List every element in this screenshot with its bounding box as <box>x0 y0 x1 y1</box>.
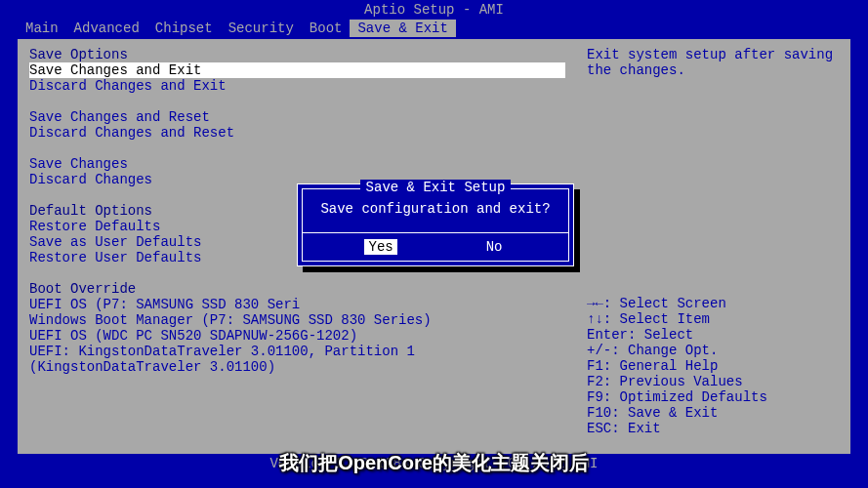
menu-boot[interactable]: Boot <box>302 20 351 37</box>
boot-uefi-kingston[interactable]: UEFI: KingstonDataTraveler 3.01100, Part… <box>29 344 565 359</box>
hint-select-screen: →←: Select Screen <box>587 296 839 311</box>
boot-uefi-samsung[interactable]: UEFI OS (P7: SAMSUNG SSD 830 Seri <box>29 297 565 312</box>
menu-bar: Main Advanced Chipset Security Boot Save… <box>0 20 868 37</box>
menu-chipset[interactable]: Chipset <box>147 20 221 37</box>
hint-general-help: F1: General Help <box>587 358 839 374</box>
confirm-dialog: Save & Exit Setup Save configuration and… <box>297 183 574 266</box>
option-save-changes-exit[interactable]: Save Changes and Exit <box>29 62 565 78</box>
hint-change-opt: +/-: Change Opt. <box>587 343 839 358</box>
option-discard-changes-reset[interactable]: Discard Changes and Reset <box>29 125 565 141</box>
boot-kingston-data-traveler[interactable]: (KingstonDataTraveler 3.01100) <box>29 359 565 375</box>
hint-save-exit: F10: Save & Exit <box>587 405 839 421</box>
hint-select: Enter: Select <box>587 327 839 343</box>
hint-select-item: ↑↓: Select Item <box>587 311 839 327</box>
hint-optimized-defaults: F9: Optimized Defaults <box>587 389 839 405</box>
hint-previous-values: F2: Previous Values <box>587 374 839 389</box>
menu-advanced[interactable]: Advanced <box>66 20 147 37</box>
option-discard-changes-exit[interactable]: Discard Changes and Exit <box>29 78 565 94</box>
boot-windows-boot-manager[interactable]: Windows Boot Manager (P7: SAMSUNG SSD 83… <box>29 312 565 328</box>
option-save-changes[interactable]: Save Changes <box>29 156 565 172</box>
app-title: Aptio Setup - AMI <box>0 0 868 20</box>
menu-main[interactable]: Main <box>18 20 66 37</box>
menu-save-exit[interactable]: Save & Exit <box>350 20 455 37</box>
dialog-message: Save configuration and exit? <box>303 195 568 232</box>
help-text: Exit system setup after saving the chang… <box>587 47 839 78</box>
menu-security[interactable]: Security <box>221 20 302 37</box>
dialog-yes-button[interactable]: Yes <box>364 239 396 255</box>
hint-exit: ESC: Exit <box>587 421 839 436</box>
dialog-title: Save & Exit Setup <box>360 180 512 195</box>
key-hints: →←: Select Screen ↑↓: Select Item Enter:… <box>587 296 839 446</box>
video-subtitle: 我们把OpenCore的美化主题关闭后 <box>279 450 589 476</box>
boot-uefi-wdc[interactable]: UEFI OS (WDC PC SN520 SDAPNUW-256G-1202) <box>29 328 565 344</box>
help-panel: Exit system setup after saving the chang… <box>577 39 850 454</box>
dialog-no-button[interactable]: No <box>482 239 507 255</box>
section-boot-override: Boot Override <box>29 281 565 297</box>
dialog-buttons: Yes No <box>303 233 568 261</box>
section-save-options: Save Options <box>29 47 565 62</box>
option-save-changes-reset[interactable]: Save Changes and Reset <box>29 109 565 125</box>
